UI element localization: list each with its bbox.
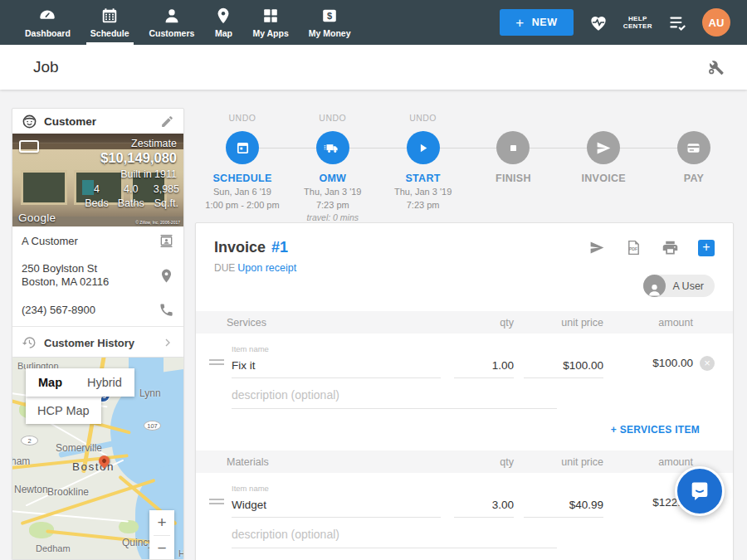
material-qty-input[interactable] <box>454 497 514 518</box>
location-pin-icon[interactable] <box>159 268 174 284</box>
truck-icon <box>324 139 341 157</box>
contact-card-icon[interactable] <box>159 233 174 249</box>
amount-column-header: amount <box>613 317 693 329</box>
service-description-input[interactable] <box>232 387 557 409</box>
add-services-item-link[interactable]: + SERVICES ITEM <box>611 424 700 436</box>
invoice-step-button[interactable] <box>587 131 620 164</box>
timeline-step-omw: UNDO OMW Thu, Jan 3 '19 7:23 pm travel: … <box>290 113 376 222</box>
street-view-toggle-icon[interactable] <box>19 140 39 153</box>
add-invoice-item-button[interactable]: + <box>698 240 715 256</box>
timeline-step-finish: FINISH <box>470 113 556 222</box>
print-icon[interactable] <box>662 239 679 256</box>
map-zoom-control: + − <box>149 510 174 560</box>
zoom-in-button[interactable]: + <box>149 510 174 535</box>
undo-schedule-link[interactable]: UNDO <box>229 113 256 124</box>
route-2-shield: 2 <box>21 436 38 446</box>
credit-card-icon <box>685 139 702 157</box>
material-description-input[interactable] <box>232 526 557 548</box>
nav-item-dashboard[interactable]: Dashboard <box>15 0 81 45</box>
stat-sqft: 3,985 Sq.ft. <box>154 183 179 209</box>
customer-name: A Customer <box>22 235 152 248</box>
service-item-name-input[interactable] <box>232 358 441 378</box>
nav-item-map[interactable]: Map <box>204 0 242 45</box>
service-unit-price-input[interactable] <box>524 358 603 378</box>
app-window: Dashboard Schedule Customers Map My Apps… <box>0 0 747 560</box>
customer-address-row: 250 Boylston St Boston, MA 02116 <box>12 256 183 295</box>
material-unit-price-input[interactable] <box>524 497 603 518</box>
map-widget: 93 107 2 Burlington Lynn Somerville Bost… <box>12 357 184 560</box>
new-button[interactable]: + NEW <box>500 9 574 36</box>
due-terms-link[interactable]: Upon receipt <box>237 262 296 274</box>
undo-omw-link[interactable]: UNDO <box>319 113 346 124</box>
hcp-map-button[interactable]: HCP Map <box>26 397 101 424</box>
finish-step-button[interactable] <box>496 131 530 164</box>
map-pin-icon <box>214 7 232 25</box>
omw-step-button[interactable] <box>316 131 349 164</box>
remove-item-button[interactable]: × <box>700 356 715 371</box>
map-label-lynn: Lynn <box>139 387 161 399</box>
zestimate-built: Built in 1911 <box>120 168 177 180</box>
nav-item-customers[interactable]: Customers <box>139 0 205 45</box>
map-type-hybrid-button[interactable]: Hybrid <box>75 368 134 397</box>
invoice-card: Invoice #1 PDF + DUEUpon receipt A User <box>195 222 734 560</box>
timeline-step-pay: PAY <box>651 113 737 222</box>
customer-face-icon <box>22 114 37 129</box>
nav-item-schedule[interactable]: Schedule <box>81 0 139 45</box>
map-type-map-button[interactable]: Map <box>26 368 75 397</box>
assigned-user-avatar <box>643 275 666 297</box>
customer-history-label: Customer History <box>44 337 154 349</box>
nav-label: Customers <box>149 28 195 38</box>
drag-handle[interactable] <box>209 496 224 507</box>
nav-label: My Money <box>309 28 351 38</box>
health-heart-icon[interactable] <box>588 12 609 33</box>
drag-handle[interactable] <box>209 357 224 368</box>
pay-step-button[interactable] <box>677 131 710 164</box>
schedule-icon <box>100 7 119 25</box>
send-invoice-icon[interactable] <box>588 239 606 256</box>
help-center-link[interactable]: HELP CENTER <box>623 15 652 30</box>
customers-icon <box>163 7 181 25</box>
nav-label: Map <box>215 28 232 38</box>
services-section-header: Services qty unit price amount <box>196 311 733 334</box>
invoice-number[interactable]: #1 <box>271 239 288 256</box>
undo-start-link[interactable]: UNDO <box>409 113 437 124</box>
map-label-newton: Newton <box>14 484 48 495</box>
invoice-header: Invoice #1 PDF + DUEUpon receipt A User <box>196 223 733 311</box>
help-line2: CENTER <box>623 22 652 30</box>
map-label-quincy: Quincy <box>122 537 153 548</box>
google-watermark: Google <box>18 212 56 224</box>
nav-item-my-money[interactable]: $ My Money <box>299 0 361 45</box>
map-label-hingham: Hi <box>178 548 183 558</box>
task-list-icon[interactable] <box>666 12 688 33</box>
job-status-timeline: UNDO SCHEDULE Sun, Jan 6 '19 1:00 pm - 2… <box>199 113 737 217</box>
nav-label: Dashboard <box>25 28 71 38</box>
material-item-name-input[interactable] <box>232 497 441 518</box>
invoice-title: Invoice <box>214 239 266 256</box>
services-section: Services qty unit price amount Item name… <box>196 311 733 450</box>
zestimate-value: $10,149,080 <box>100 150 177 166</box>
play-icon <box>414 139 432 157</box>
material-line-item: Item name $122.97 <box>196 473 733 548</box>
chevron-right-icon <box>161 336 174 349</box>
nav-label: My Apps <box>252 28 288 38</box>
item-name-label: Item name <box>232 484 441 493</box>
schedule-step-button[interactable] <box>226 131 259 164</box>
zestimate-stats: 4 Beds 4.0 Baths 3,985 Sq.ft. <box>85 183 179 209</box>
map-label-waltham: ham <box>12 455 30 467</box>
assigned-user-chip[interactable]: A User <box>643 275 715 297</box>
phone-icon[interactable] <box>159 302 174 318</box>
edit-pencil-icon[interactable] <box>160 114 174 129</box>
job-tools-icon[interactable] <box>706 57 725 77</box>
pdf-icon[interactable]: PDF <box>625 239 642 256</box>
nav-right: + NEW HELP CENTER AU <box>500 8 747 37</box>
start-step-button[interactable] <box>407 131 440 164</box>
due-label: DUE <box>214 262 235 274</box>
chat-launcher-button[interactable] <box>675 466 725 516</box>
customer-history-link[interactable]: Customer History <box>12 327 183 358</box>
user-avatar[interactable]: AU <box>702 8 730 37</box>
nav-item-my-apps[interactable]: My Apps <box>242 0 298 45</box>
map-label-brookline: Brookline <box>47 486 89 498</box>
zoom-out-button[interactable]: − <box>149 536 174 560</box>
new-button-label: NEW <box>532 17 558 28</box>
service-qty-input[interactable] <box>454 358 514 378</box>
